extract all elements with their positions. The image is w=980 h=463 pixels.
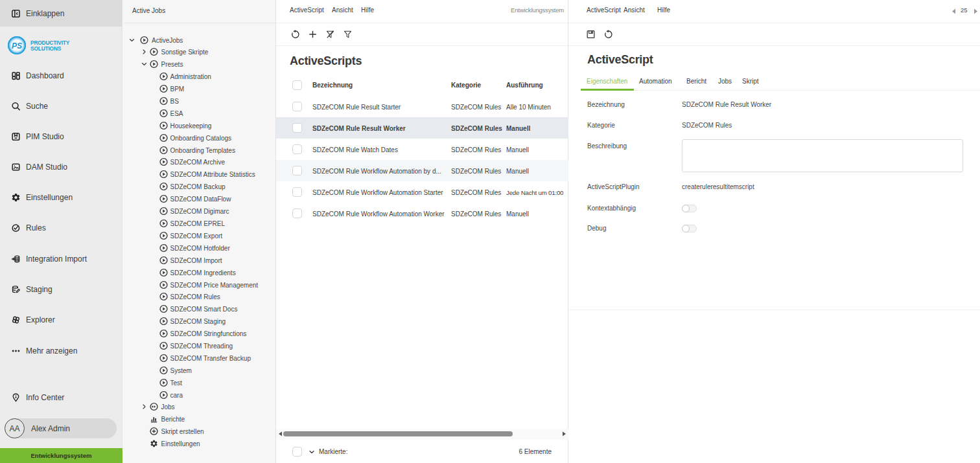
svg-text:PS: PS <box>12 41 22 51</box>
